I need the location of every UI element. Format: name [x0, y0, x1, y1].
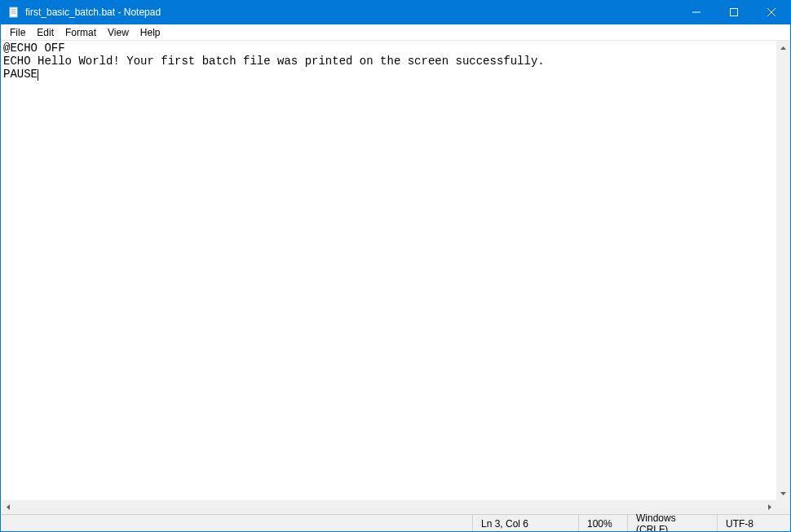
window-title: first_basic_batch.bat - Notepad	[25, 7, 678, 18]
vertical-scrollbar[interactable]	[776, 41, 790, 500]
menu-help[interactable]: Help	[135, 25, 166, 40]
scroll-left-icon[interactable]	[1, 500, 15, 514]
menu-view[interactable]: View	[102, 25, 135, 40]
status-zoom: 100%	[578, 515, 627, 532]
menubar: File Edit Format View Help	[1, 24, 790, 41]
editor-area: @ECHO OFF ECHO Hello World! Your first b…	[1, 41, 790, 514]
minimize-button[interactable]	[678, 0, 715, 24]
svg-marker-10	[780, 492, 786, 495]
editor-line: PAUSE	[3, 68, 38, 81]
window-controls	[678, 0, 790, 24]
status-line-ending: Windows (CRLF)	[627, 515, 717, 532]
maximize-button[interactable]	[715, 0, 753, 24]
close-button[interactable]	[753, 0, 790, 24]
horizontal-scrollbar[interactable]	[1, 500, 776, 514]
scroll-right-icon[interactable]	[762, 500, 776, 514]
statusbar: Ln 3, Col 6 100% Windows (CRLF) UTF-8	[1, 514, 790, 532]
vertical-scroll-track[interactable]	[776, 55, 790, 486]
scroll-corner	[776, 500, 790, 514]
titlebar[interactable]: first_basic_batch.bat - Notepad	[1, 0, 790, 24]
editor-line: @ECHO OFF	[3, 42, 65, 55]
scroll-up-icon[interactable]	[776, 41, 790, 55]
menu-file[interactable]: File	[4, 25, 31, 40]
horizontal-scroll-track[interactable]	[15, 500, 762, 514]
status-encoding: UTF-8	[717, 515, 790, 532]
status-cursor-position: Ln 3, Col 6	[472, 515, 578, 532]
text-caret	[38, 69, 38, 81]
svg-marker-9	[780, 46, 786, 50]
scroll-down-icon[interactable]	[776, 486, 790, 500]
menu-format[interactable]: Format	[60, 25, 102, 40]
svg-rect-6	[731, 9, 738, 16]
svg-marker-12	[768, 504, 771, 510]
notepad-icon	[7, 6, 20, 19]
text-editor[interactable]: @ECHO OFF ECHO Hello World! Your first b…	[1, 41, 776, 500]
svg-marker-11	[7, 504, 10, 510]
menu-edit[interactable]: Edit	[31, 25, 60, 40]
editor-line: ECHO Hello World! Your first batch file …	[3, 55, 545, 68]
